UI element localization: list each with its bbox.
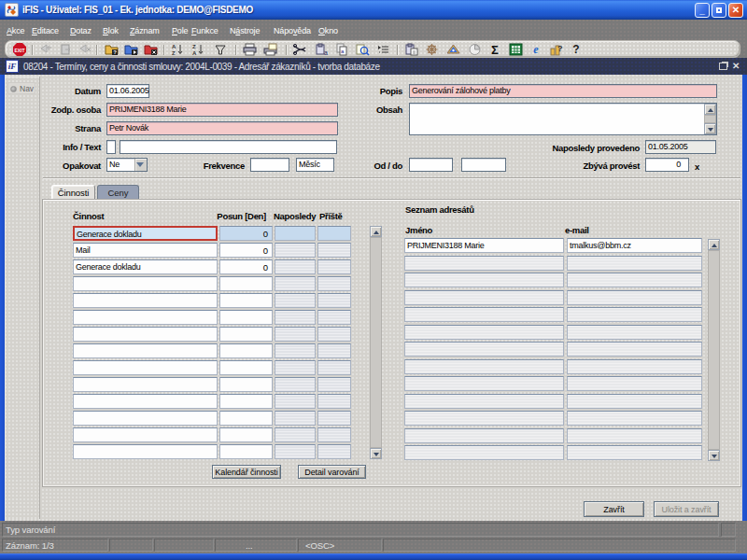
svg-text:a: a xyxy=(324,49,328,56)
svg-text:A: A xyxy=(192,50,197,56)
svg-text:Z: Z xyxy=(172,50,176,56)
svg-text:?: ? xyxy=(113,49,117,55)
svg-text:A: A xyxy=(172,44,176,49)
svg-text:?: ? xyxy=(557,44,563,53)
svg-text:EXIT: EXIT xyxy=(14,48,24,53)
svg-text:Z: Z xyxy=(192,44,196,49)
